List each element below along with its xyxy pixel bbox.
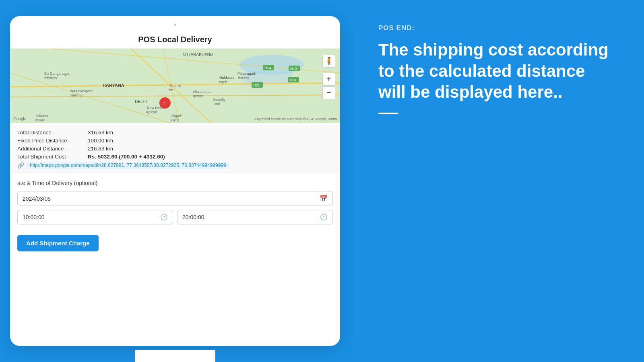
fixed-price-row: Fixed Price Distance - 100.00 km. (17, 138, 333, 144)
time-end-input[interactable] (182, 214, 320, 220)
svg-text:हल्द्वानी: हल्द्वानी (219, 80, 227, 84)
svg-text:DELHI: DELHI (135, 99, 147, 104)
zoom-out-button[interactable]: − (322, 86, 335, 99)
svg-text:मेरठ: मेरठ (168, 88, 173, 92)
svg-text:बरेली: बरेली (214, 102, 220, 106)
shipment-cost-value: Rs. 5032.60 (700.00 + 4332.60) (88, 154, 165, 160)
svg-text:HARYANA: HARYANA (103, 83, 124, 88)
pos-end-heading: The shipping cost according to the calcu… (378, 39, 616, 103)
additional-distance-value: 216.63 km. (88, 146, 115, 152)
total-distance-label: Total Distance - (17, 130, 88, 136)
fixed-price-value: 100.00 km. (88, 138, 115, 144)
svg-text:H01: H01 (253, 83, 260, 87)
svg-text:Sri Ganganagar: Sri Ganganagar (44, 72, 70, 76)
map-link[interactable]: http://maps.google.com/maps/dir/28.62798… (27, 162, 229, 169)
svg-text:Haldwani: Haldwani (219, 76, 234, 80)
card-title: POS Local Delivery (10, 32, 340, 49)
fixed-price-label: Fixed Price Distance - (17, 138, 88, 144)
map-link-row: 🔗 http://maps.google.com/maps/dir/28.627… (17, 162, 333, 169)
svg-text:श्रीगंगानगर: श्रीगंगानगर (44, 76, 58, 80)
svg-text:Bareilly: Bareilly (213, 98, 225, 102)
calendar-icon: 📅 (320, 195, 328, 202)
total-distance-value: 316.63 km. (88, 130, 115, 136)
datetime-section-label: ate & Time of Delivery (optional) (17, 180, 333, 186)
main-card: • POS Local Delivery Sri Ganganag (10, 16, 340, 346)
svg-text:Moradabad: Moradabad (193, 90, 212, 94)
clock-start-icon: 🕐 (160, 214, 168, 221)
shipment-cost-row: Total Shipment Cost - Rs. 5032.60 (700.0… (17, 154, 333, 160)
datetime-section: ate & Time of Delivery (optional) 📅 🕐 🕐 (10, 173, 340, 228)
time-row: 🕐 🕐 (17, 210, 333, 224)
svg-text:H13: H13 (289, 78, 296, 82)
pos-end-divider (378, 113, 398, 114)
left-panel: • POS Local Delivery Sri Ganganag (0, 0, 350, 362)
map-zoom-controls: + − (322, 73, 335, 99)
clock-end-icon: 🕐 (320, 214, 328, 221)
map-figure-icon: 🧍 (322, 55, 335, 68)
svg-text:मुरादाबाद: मुरादाबाद (193, 95, 204, 99)
svg-text:बीकानेर: बीकानेर (35, 118, 45, 122)
map-link-icon: 🔗 (17, 162, 24, 169)
total-distance-row: Total Distance - 316.63 km. (17, 130, 333, 136)
info-panel: Total Distance - 316.63 km. Fixed Price … (10, 123, 340, 173)
right-panel: POS END: The shipping cost according to … (350, 0, 644, 362)
map-attribution: Keyboard shortcuts Map data ©2024 Google… (254, 117, 337, 121)
svg-text:UTTARAKHAND: UTTARAKHAND (183, 52, 213, 57)
svg-text:Meerut: Meerut (169, 84, 181, 88)
shipment-cost-label: Total Shipment Cost - (17, 154, 88, 160)
card-top-dot: • (10, 16, 340, 32)
map-container: Sri Ganganagar श्रीगंगानगर Hanumangarh ह… (10, 49, 340, 123)
card-bottom-curve (135, 350, 215, 362)
svg-text:Pithoragarh: Pithoragarh (237, 72, 256, 76)
svg-text:Hanumangarh: Hanumangarh (70, 89, 93, 93)
date-input[interactable] (23, 195, 320, 202)
zoom-in-button[interactable]: + (322, 73, 335, 86)
svg-text:Aligarh: Aligarh (171, 114, 182, 118)
pos-end-label: POS END: (378, 24, 616, 32)
svg-text:हनुमानगढ़: हनुमानगढ़ (70, 94, 82, 98)
time-start-wrap[interactable]: 🕐 (17, 210, 173, 224)
svg-text:H14: H14 (264, 66, 271, 70)
additional-distance-row: Additional Distance - 216.63 km. (17, 146, 333, 152)
svg-text:Bikaner: Bikaner (36, 114, 49, 118)
add-shipment-button[interactable]: Add Shipment Charge (17, 235, 99, 251)
google-logo: Google (13, 117, 26, 121)
svg-text:H13: H13 (290, 67, 297, 71)
svg-text:नई दिल्ली: नई दिल्ली (146, 110, 157, 114)
date-input-row[interactable]: 📅 (17, 191, 333, 206)
svg-text:अलीगढ़: अलीगढ़ (170, 119, 179, 122)
additional-distance-label: Additional Distance - (17, 146, 88, 152)
svg-text:पिथौरागढ़: पिथौरागढ़ (238, 76, 249, 80)
time-end-wrap[interactable]: 🕐 (177, 210, 333, 224)
time-start-input[interactable] (23, 214, 160, 220)
